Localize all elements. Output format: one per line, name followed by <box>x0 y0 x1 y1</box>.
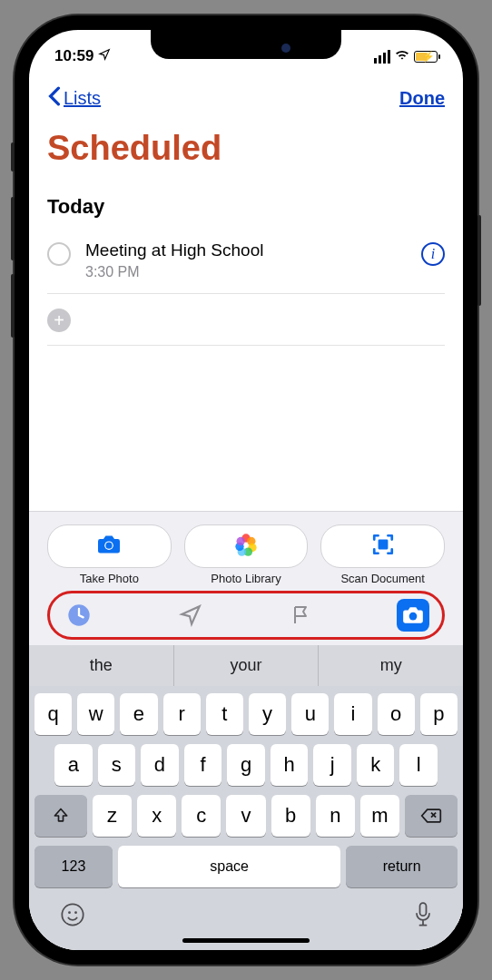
keyboard-suggestions: the your my <box>29 645 463 686</box>
location-arrow-icon <box>98 47 111 65</box>
reminder-time: 3:30 PM <box>85 264 407 280</box>
svg-rect-9 <box>378 540 388 550</box>
complete-toggle[interactable] <box>47 242 71 266</box>
camera-icon <box>95 534 123 559</box>
input-accessory: Take Photo <box>29 511 463 950</box>
key-y[interactable]: y <box>249 693 286 735</box>
suggestion[interactable]: the <box>29 645 173 686</box>
svg-point-14 <box>74 911 77 914</box>
reminder-toolbar <box>47 591 445 640</box>
key-p[interactable]: p <box>420 693 458 735</box>
plus-icon: + <box>47 309 71 332</box>
take-photo-label: Take Photo <box>47 572 172 585</box>
location-tool[interactable] <box>174 599 207 632</box>
return-key[interactable]: return <box>346 846 458 887</box>
section-header: Today <box>47 195 445 219</box>
new-reminder-row[interactable]: + <box>47 294 445 346</box>
key-z[interactable]: z <box>93 795 132 837</box>
take-photo-option[interactable]: Take Photo <box>47 524 172 585</box>
key-k[interactable]: k <box>357 744 395 786</box>
svg-point-1 <box>106 543 113 549</box>
emoji-key[interactable] <box>60 902 85 934</box>
delete-key[interactable] <box>405 795 458 837</box>
svg-point-8 <box>237 537 245 545</box>
time-tool[interactable] <box>63 599 95 632</box>
key-i[interactable]: i <box>334 693 371 735</box>
page-title: Scheduled <box>47 129 445 168</box>
notch <box>151 30 341 59</box>
key-v[interactable]: v <box>226 795 265 837</box>
key-x[interactable]: x <box>137 795 176 837</box>
scan-document-icon <box>370 533 396 560</box>
home-indicator[interactable] <box>182 938 310 943</box>
key-a[interactable]: a <box>54 744 93 786</box>
reminder-title[interactable]: Meeting at High School <box>85 240 407 260</box>
key-h[interactable]: h <box>271 744 309 786</box>
info-button[interactable]: i <box>421 242 445 266</box>
key-d[interactable]: d <box>141 744 179 786</box>
key-l[interactable]: l <box>399 744 438 786</box>
camera-tool[interactable] <box>397 599 429 632</box>
main-content: Scheduled Today Meeting at High School 3… <box>29 118 463 511</box>
key-q[interactable]: q <box>34 693 72 735</box>
shift-key[interactable] <box>34 795 87 837</box>
photo-library-option[interactable]: Photo Library <box>184 524 309 585</box>
svg-point-12 <box>62 904 83 925</box>
back-button[interactable]: Lists <box>47 86 101 111</box>
suggestion[interactable]: my <box>318 645 463 686</box>
battery-icon: ⚡ <box>414 51 438 63</box>
key-e[interactable]: e <box>120 693 157 735</box>
signal-icon <box>374 50 390 64</box>
key-n[interactable]: n <box>316 795 355 837</box>
nav-bar: Lists Done <box>29 72 463 118</box>
space-key[interactable]: space <box>118 846 340 887</box>
key-s[interactable]: s <box>98 744 136 786</box>
svg-point-11 <box>409 612 418 621</box>
reminder-row[interactable]: Meeting at High School 3:30 PM i <box>47 233 445 294</box>
key-c[interactable]: c <box>182 795 221 837</box>
key-m[interactable]: m <box>360 795 399 837</box>
status-time: 10:59 <box>54 47 111 65</box>
flag-tool[interactable] <box>285 599 318 632</box>
key-g[interactable]: g <box>227 744 265 786</box>
key-t[interactable]: t <box>206 693 243 735</box>
key-u[interactable]: u <box>291 693 329 735</box>
dictation-key[interactable] <box>414 902 432 934</box>
key-w[interactable]: w <box>77 693 114 735</box>
key-b[interactable]: b <box>271 795 310 837</box>
keyboard: qwertyuiop asdfghjkl zxcvbnm 123 space r… <box>29 686 463 950</box>
svg-point-13 <box>68 911 71 914</box>
suggestion[interactable]: your <box>173 645 319 686</box>
key-j[interactable]: j <box>313 744 351 786</box>
key-o[interactable]: o <box>378 693 415 735</box>
scan-document-option[interactable]: Scan Document <box>320 524 445 585</box>
photo-library-label: Photo Library <box>184 572 309 585</box>
chevron-left-icon <box>47 86 62 111</box>
done-button[interactable]: Done <box>399 88 445 109</box>
scan-document-label: Scan Document <box>320 572 445 585</box>
key-f[interactable]: f <box>184 744 222 786</box>
key-r[interactable]: r <box>163 693 201 735</box>
photo-library-icon <box>233 532 259 561</box>
svg-rect-15 <box>420 903 427 916</box>
back-label: Lists <box>64 88 101 109</box>
wifi-icon <box>394 47 410 65</box>
numbers-key[interactable]: 123 <box>34 846 113 887</box>
